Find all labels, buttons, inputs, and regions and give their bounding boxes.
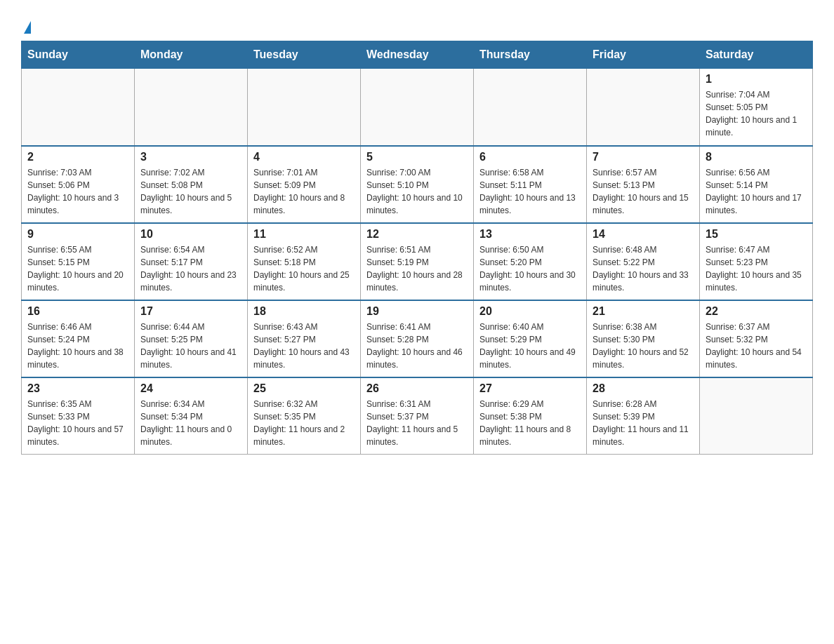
- week-row-3: 9Sunrise: 6:55 AMSunset: 5:15 PMDaylight…: [22, 223, 813, 300]
- day-number-6: 6: [479, 151, 581, 163]
- header-tuesday: Tuesday: [248, 41, 361, 69]
- calendar-cell-w3-d6: 14Sunrise: 6:48 AMSunset: 5:22 PMDayligh…: [587, 223, 700, 300]
- calendar-cell-w5-d4: 26Sunrise: 6:31 AMSunset: 5:37 PMDayligh…: [361, 377, 474, 455]
- calendar-table: SundayMondayTuesdayWednesdayThursdayFrid…: [21, 41, 813, 455]
- day-info-28: Sunrise: 6:28 AMSunset: 5:39 PMDaylight:…: [593, 398, 694, 448]
- day-info-18: Sunrise: 6:43 AMSunset: 5:27 PMDaylight:…: [253, 321, 355, 371]
- calendar-cell-w1-d6: [587, 69, 700, 146]
- day-info-22: Sunrise: 6:37 AMSunset: 5:32 PMDaylight:…: [706, 321, 807, 371]
- header-monday: Monday: [135, 41, 248, 69]
- day-number-21: 21: [593, 305, 694, 318]
- calendar-cell-w5-d7: [700, 377, 813, 455]
- calendar-cell-w4-d6: 21Sunrise: 6:38 AMSunset: 5:30 PMDayligh…: [587, 300, 700, 377]
- day-info-12: Sunrise: 6:51 AMSunset: 5:19 PMDaylight:…: [366, 243, 468, 294]
- weekday-header-row: SundayMondayTuesdayWednesdayThursdayFrid…: [22, 41, 813, 69]
- calendar-cell-w2-d4: 5Sunrise: 7:00 AMSunset: 5:10 PMDaylight…: [361, 146, 474, 223]
- day-info-16: Sunrise: 6:46 AMSunset: 5:24 PMDaylight:…: [27, 321, 128, 371]
- day-number-10: 10: [140, 228, 241, 241]
- calendar-cell-w5-d2: 24Sunrise: 6:34 AMSunset: 5:34 PMDayligh…: [135, 377, 248, 455]
- day-info-13: Sunrise: 6:50 AMSunset: 5:20 PMDaylight:…: [479, 243, 581, 294]
- day-number-28: 28: [593, 382, 694, 395]
- day-info-3: Sunrise: 7:02 AMSunset: 5:08 PMDaylight:…: [140, 166, 241, 217]
- day-info-25: Sunrise: 6:32 AMSunset: 5:35 PMDaylight:…: [253, 398, 355, 448]
- calendar-cell-w1-d1: [22, 69, 135, 146]
- calendar-cell-w5-d6: 28Sunrise: 6:28 AMSunset: 5:39 PMDayligh…: [587, 377, 700, 455]
- day-number-11: 11: [253, 228, 355, 241]
- day-number-5: 5: [366, 151, 468, 163]
- calendar-cell-w2-d3: 4Sunrise: 7:01 AMSunset: 5:09 PMDaylight…: [248, 146, 361, 223]
- logo-triangle-icon: [24, 21, 31, 34]
- day-info-1: Sunrise: 7:04 AMSunset: 5:05 PMDaylight:…: [706, 88, 807, 139]
- day-number-2: 2: [27, 151, 128, 163]
- calendar-cell-w1-d3: [248, 69, 361, 146]
- day-info-9: Sunrise: 6:55 AMSunset: 5:15 PMDaylight:…: [27, 243, 128, 294]
- header-saturday: Saturday: [700, 41, 813, 69]
- week-row-5: 23Sunrise: 6:35 AMSunset: 5:33 PMDayligh…: [22, 377, 813, 455]
- day-number-17: 17: [140, 305, 241, 318]
- day-info-23: Sunrise: 6:35 AMSunset: 5:33 PMDaylight:…: [27, 398, 128, 448]
- day-number-16: 16: [27, 305, 128, 318]
- calendar-cell-w3-d3: 11Sunrise: 6:52 AMSunset: 5:18 PMDayligh…: [248, 223, 361, 300]
- calendar-cell-w2-d5: 6Sunrise: 6:58 AMSunset: 5:11 PMDaylight…: [474, 146, 587, 223]
- calendar-cell-w3-d7: 15Sunrise: 6:47 AMSunset: 5:23 PMDayligh…: [700, 223, 813, 300]
- day-info-4: Sunrise: 7:01 AMSunset: 5:09 PMDaylight:…: [253, 166, 355, 217]
- calendar-cell-w5-d1: 23Sunrise: 6:35 AMSunset: 5:33 PMDayligh…: [22, 377, 135, 455]
- day-number-19: 19: [366, 305, 468, 318]
- day-number-15: 15: [706, 228, 807, 241]
- header-thursday: Thursday: [474, 41, 587, 69]
- calendar-cell-w3-d2: 10Sunrise: 6:54 AMSunset: 5:17 PMDayligh…: [135, 223, 248, 300]
- calendar-cell-w3-d4: 12Sunrise: 6:51 AMSunset: 5:19 PMDayligh…: [361, 223, 474, 300]
- day-info-17: Sunrise: 6:44 AMSunset: 5:25 PMDaylight:…: [140, 321, 241, 371]
- day-number-13: 13: [479, 228, 581, 241]
- calendar-cell-w4-d5: 20Sunrise: 6:40 AMSunset: 5:29 PMDayligh…: [474, 300, 587, 377]
- header-friday: Friday: [587, 41, 700, 69]
- day-info-5: Sunrise: 7:00 AMSunset: 5:10 PMDaylight:…: [366, 166, 468, 217]
- calendar-cell-w1-d4: [361, 69, 474, 146]
- day-info-7: Sunrise: 6:57 AMSunset: 5:13 PMDaylight:…: [593, 166, 694, 217]
- calendar-cell-w2-d1: 2Sunrise: 7:03 AMSunset: 5:06 PMDaylight…: [22, 146, 135, 223]
- calendar-cell-w1-d7: 1Sunrise: 7:04 AMSunset: 5:05 PMDaylight…: [700, 69, 813, 146]
- calendar-cell-w4-d2: 17Sunrise: 6:44 AMSunset: 5:25 PMDayligh…: [135, 300, 248, 377]
- day-number-14: 14: [593, 228, 694, 241]
- page-header: [21, 14, 813, 34]
- day-number-26: 26: [366, 382, 468, 395]
- day-number-24: 24: [140, 382, 241, 395]
- logo: [21, 14, 31, 34]
- day-info-15: Sunrise: 6:47 AMSunset: 5:23 PMDaylight:…: [706, 243, 807, 294]
- calendar-cell-w2-d7: 8Sunrise: 6:56 AMSunset: 5:14 PMDaylight…: [700, 146, 813, 223]
- day-number-1: 1: [706, 73, 807, 86]
- day-number-12: 12: [366, 228, 468, 241]
- calendar-cell-w2-d2: 3Sunrise: 7:02 AMSunset: 5:08 PMDaylight…: [135, 146, 248, 223]
- calendar-cell-w2-d6: 7Sunrise: 6:57 AMSunset: 5:13 PMDaylight…: [587, 146, 700, 223]
- day-number-22: 22: [706, 305, 807, 318]
- day-info-11: Sunrise: 6:52 AMSunset: 5:18 PMDaylight:…: [253, 243, 355, 294]
- calendar-cell-w1-d5: [474, 69, 587, 146]
- day-info-26: Sunrise: 6:31 AMSunset: 5:37 PMDaylight:…: [366, 398, 468, 448]
- day-info-2: Sunrise: 7:03 AMSunset: 5:06 PMDaylight:…: [27, 166, 128, 217]
- logo-general-line: [21, 14, 31, 34]
- header-wednesday: Wednesday: [361, 41, 474, 69]
- day-number-18: 18: [253, 305, 355, 318]
- day-info-8: Sunrise: 6:56 AMSunset: 5:14 PMDaylight:…: [706, 166, 807, 217]
- day-number-9: 9: [27, 228, 128, 241]
- day-info-24: Sunrise: 6:34 AMSunset: 5:34 PMDaylight:…: [140, 398, 241, 448]
- day-number-3: 3: [140, 151, 241, 163]
- day-number-23: 23: [27, 382, 128, 395]
- calendar-cell-w5-d5: 27Sunrise: 6:29 AMSunset: 5:38 PMDayligh…: [474, 377, 587, 455]
- day-number-27: 27: [479, 382, 581, 395]
- day-info-20: Sunrise: 6:40 AMSunset: 5:29 PMDaylight:…: [479, 321, 581, 371]
- calendar-cell-w3-d5: 13Sunrise: 6:50 AMSunset: 5:20 PMDayligh…: [474, 223, 587, 300]
- week-row-2: 2Sunrise: 7:03 AMSunset: 5:06 PMDaylight…: [22, 146, 813, 223]
- calendar-cell-w1-d2: [135, 69, 248, 146]
- calendar-cell-w4-d7: 22Sunrise: 6:37 AMSunset: 5:32 PMDayligh…: [700, 300, 813, 377]
- day-number-7: 7: [593, 151, 694, 163]
- day-number-20: 20: [479, 305, 581, 318]
- calendar-cell-w4-d3: 18Sunrise: 6:43 AMSunset: 5:27 PMDayligh…: [248, 300, 361, 377]
- day-info-14: Sunrise: 6:48 AMSunset: 5:22 PMDaylight:…: [593, 243, 694, 294]
- day-number-4: 4: [253, 151, 355, 163]
- calendar-cell-w4-d1: 16Sunrise: 6:46 AMSunset: 5:24 PMDayligh…: [22, 300, 135, 377]
- day-info-19: Sunrise: 6:41 AMSunset: 5:28 PMDaylight:…: [366, 321, 468, 371]
- week-row-1: 1Sunrise: 7:04 AMSunset: 5:05 PMDaylight…: [22, 69, 813, 146]
- week-row-4: 16Sunrise: 6:46 AMSunset: 5:24 PMDayligh…: [22, 300, 813, 377]
- day-info-21: Sunrise: 6:38 AMSunset: 5:30 PMDaylight:…: [593, 321, 694, 371]
